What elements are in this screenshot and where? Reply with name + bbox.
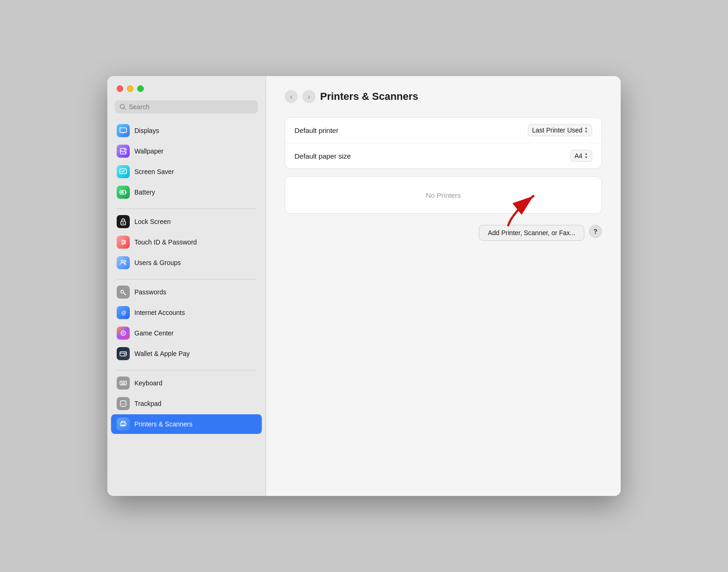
svg-point-15	[124, 260, 126, 262]
svg-rect-2	[120, 128, 126, 133]
default-paper-size-row: Default paper size A4 ▲ ▼	[285, 143, 602, 168]
default-paper-size-value: A4	[574, 152, 582, 160]
svg-point-36	[125, 423, 126, 424]
back-button[interactable]: ‹	[285, 90, 298, 103]
sidebar-item-users[interactable]: Users & Groups	[111, 253, 262, 272]
no-printers-section: No Printers	[285, 176, 602, 214]
sidebar-section-accounts: Passwords @ Internet Accounts	[107, 282, 266, 363]
screensaver-label: Screen Saver	[134, 168, 174, 175]
svg-rect-35	[121, 425, 125, 426]
default-paper-size-label: Default paper size	[294, 152, 351, 160]
battery-label: Battery	[134, 188, 155, 196]
printers-icon	[117, 418, 130, 431]
forward-button[interactable]: ›	[302, 90, 315, 103]
maximize-button[interactable]	[137, 85, 144, 92]
minimize-button[interactable]	[127, 85, 133, 92]
svg-rect-9	[121, 191, 124, 193]
svg-point-20	[124, 333, 125, 334]
wallpaper-icon	[117, 145, 130, 158]
default-printer-row: Default printer Last Printer Used ▲ ▼	[285, 118, 602, 143]
sidebar-item-battery[interactable]: Battery	[111, 182, 262, 202]
svg-point-14	[121, 260, 124, 263]
sidebar: Displays Wallpaper	[107, 76, 266, 496]
trackpad-label: Trackpad	[134, 400, 161, 407]
displays-label: Displays	[134, 127, 159, 134]
default-printer-label: Default printer	[294, 126, 338, 134]
svg-text:@: @	[121, 310, 126, 315]
sidebar-item-displays[interactable]: Displays	[111, 121, 262, 140]
sidebar-item-lockscreen[interactable]: Lock Screen	[111, 212, 262, 231]
printer-settings-section: Default printer Last Printer Used ▲ ▼ De…	[285, 117, 602, 169]
select-arrows-paper: ▲ ▼	[584, 152, 588, 160]
search-icon	[119, 104, 126, 110]
select-arrows-printer: ▲ ▼	[584, 126, 588, 134]
wallet-label: Wallet & Apple Pay	[134, 350, 190, 357]
sidebar-item-wallpaper[interactable]: Wallpaper	[111, 141, 262, 161]
touchid-label: Touch ID & Password	[134, 238, 197, 246]
system-preferences-window: Displays Wallpaper	[107, 76, 621, 496]
svg-point-19	[122, 333, 123, 334]
svg-rect-27	[123, 383, 124, 384]
sidebar-item-trackpad[interactable]: Trackpad	[111, 394, 262, 413]
passwords-label: Passwords	[134, 288, 166, 296]
sidebar-section-display: Displays Wallpaper	[107, 121, 266, 202]
gamecenter-label: Game Center	[134, 329, 174, 337]
svg-point-13	[123, 242, 124, 243]
sidebar-item-passwords[interactable]: Passwords	[111, 282, 262, 302]
lockscreen-icon	[117, 215, 130, 228]
gamecenter-icon	[117, 327, 130, 340]
wallet-icon	[117, 347, 130, 360]
sidebar-item-screensaver[interactable]: Screen Saver	[111, 162, 262, 181]
no-printers-text: No Printers	[426, 191, 461, 199]
traffic-lights	[107, 85, 266, 100]
internet-icon: @	[117, 306, 130, 319]
svg-point-21	[123, 332, 124, 333]
default-paper-size-select[interactable]: A4 ▲ ▼	[570, 150, 592, 162]
sidebar-section-security: Lock Screen Touch ID & Password	[107, 212, 266, 272]
divider-3	[117, 370, 256, 370]
displays-icon	[117, 124, 130, 137]
sidebar-item-gamecenter[interactable]: Game Center	[111, 323, 262, 343]
sidebar-item-wallet[interactable]: Wallet & Apple Pay	[111, 344, 262, 363]
default-printer-select[interactable]: Last Printer Used ▲ ▼	[528, 124, 592, 136]
divider-2	[117, 279, 256, 279]
keyboard-label: Keyboard	[134, 379, 162, 387]
svg-rect-26	[121, 383, 122, 384]
svg-point-22	[123, 334, 124, 335]
close-button[interactable]	[117, 85, 123, 92]
add-printer-button[interactable]: Add Printer, Scanner, or Fax...	[479, 225, 584, 241]
sidebar-item-keyboard[interactable]: Keyboard	[111, 373, 262, 393]
search-bar[interactable]	[115, 100, 258, 113]
svg-point-18	[121, 331, 126, 335]
add-printer-row: Add Printer, Scanner, or Fax... ?	[285, 225, 602, 241]
page-title: Printers & Scanners	[320, 91, 418, 103]
sidebar-item-internet[interactable]: @ Internet Accounts	[111, 303, 262, 322]
sidebar-item-touchid[interactable]: Touch ID & Password	[111, 232, 262, 252]
divider-1	[117, 209, 256, 209]
internet-label: Internet Accounts	[134, 309, 185, 316]
printers-label: Printers & Scanners	[134, 420, 193, 428]
svg-rect-29	[122, 383, 123, 384]
svg-line-1	[124, 108, 126, 110]
lockscreen-label: Lock Screen	[134, 218, 171, 225]
main-content: ‹ › Printers & Scanners Default printer …	[266, 76, 621, 496]
svg-rect-31	[121, 384, 125, 384]
search-input[interactable]	[129, 103, 253, 111]
keyboard-icon	[117, 377, 130, 390]
trackpad-icon	[117, 397, 130, 410]
main-header: ‹ › Printers & Scanners	[285, 90, 602, 103]
svg-rect-30	[124, 383, 125, 384]
svg-rect-8	[126, 192, 127, 193]
svg-rect-24	[124, 354, 126, 356]
wallpaper-label: Wallpaper	[134, 147, 164, 155]
svg-point-5	[124, 149, 126, 151]
sidebar-section-input: Keyboard Trackpad	[107, 373, 266, 434]
help-button[interactable]: ?	[589, 225, 602, 238]
svg-point-11	[123, 223, 124, 224]
passwords-icon	[117, 286, 130, 299]
default-printer-value: Last Printer Used	[532, 126, 582, 134]
svg-rect-32	[120, 401, 126, 406]
sidebar-item-printers[interactable]: Printers & Scanners	[111, 414, 262, 434]
battery-icon	[117, 186, 130, 199]
users-icon	[117, 256, 130, 269]
